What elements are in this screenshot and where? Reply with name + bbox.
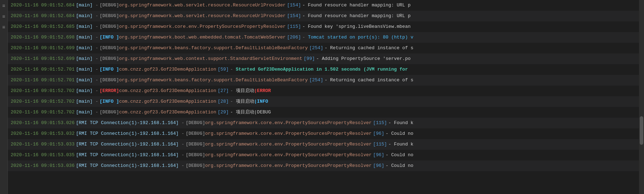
- thread: [main]: [76, 64, 93, 75]
- log-line: 2020-11-16 09:01:52.701 [main] - [INFO ]…: [8, 64, 639, 75]
- log-message: - Could no: [386, 150, 413, 160]
- logger-name: org.springframework.web.context.support.…: [119, 53, 302, 64]
- log-level: [INFO ]: [100, 64, 119, 75]
- logger-name: org.springframework.beans.factory.suppor…: [119, 75, 308, 86]
- logger-name: com.cnzz.gof23.Gof23DemoApplication: [119, 64, 216, 75]
- thread: [RMI TCP Connection(1)-192.168.1.164]: [76, 150, 179, 160]
- line-number: [96]: [373, 128, 384, 139]
- logger-name: com.cnzz.gof23.Gof23DemoApplication: [119, 107, 216, 118]
- timestamp: 2020-11-16 09:01:53.035: [11, 150, 74, 160]
- log-level: [DEBUG]: [100, 75, 119, 86]
- log-line: 2020-11-16 09:01:52.701 [main] - [DEBUG]…: [8, 75, 639, 86]
- log-line: 2020-11-16 09:01:53.035 [RMI TCP Connect…: [8, 150, 639, 160]
- log-level: [DEBUG]: [100, 43, 119, 53]
- timestamp: 2020-11-16 09:01:52.701: [11, 64, 74, 75]
- log-line: 2020-11-16 09:01:52.684 [main] - [DEBUG]…: [8, 11, 639, 21]
- line-number: [115]: [287, 21, 301, 32]
- dash: -: [181, 128, 184, 139]
- log-level: [DEBUG]: [100, 53, 119, 64]
- log-message: - Found resource handler mapping: URL p: [302, 0, 411, 11]
- logger-name: org.springframework.core.env.PropertySou…: [205, 128, 372, 139]
- log-line: 2020-11-16 09:01:52.699 [main] - [DEBUG]…: [8, 43, 639, 53]
- gutter-icon-2[interactable]: ≡: [1, 11, 7, 22]
- timestamp: 2020-11-16 09:01:52.685: [11, 21, 74, 32]
- dash: -: [95, 0, 98, 11]
- thread: [main]: [76, 21, 93, 32]
- log-line: 2020-11-16 09:01:52.684 [main] - [DEBUG]…: [8, 0, 639, 11]
- thread: [main]: [76, 11, 93, 21]
- thread: [main]: [76, 32, 93, 43]
- log-level: [DEBUG]: [186, 118, 205, 128]
- timestamp: 2020-11-16 09:01:52.698: [11, 32, 74, 43]
- logger-name: org.springframework.web.servlet.resource…: [119, 11, 286, 21]
- line-number: [27]: [218, 86, 229, 96]
- log-viewer: ≡ ≡ ≡ 2020-11-16 09:01:52.684 [main] - […: [0, 0, 644, 194]
- thread: [main]: [76, 75, 93, 86]
- dash: -: [95, 43, 98, 53]
- log-line: 2020-11-16 09:01:52.702 [main] - [ERROR]…: [8, 86, 639, 96]
- log-level: [DEBUG]: [186, 160, 205, 171]
- gutter-icon-1[interactable]: ≡: [1, 1, 7, 11]
- scrollbar[interactable]: [639, 0, 644, 194]
- scrollbar-thumb[interactable]: [640, 116, 643, 145]
- log-message: - Could no: [386, 160, 413, 171]
- timestamp: 2020-11-16 09:01:53.026: [11, 118, 74, 128]
- logger-name: org.springframework.core.env.PropertySou…: [205, 150, 372, 160]
- thread: [main]: [76, 96, 93, 107]
- logger-name: org.springframework.core.env.PropertySou…: [205, 160, 372, 171]
- line-number: [115]: [373, 139, 387, 150]
- line-number: [99]: [304, 53, 315, 64]
- logger-name: org.springframework.web.servlet.resource…: [119, 0, 286, 11]
- log-message: - 项目启动|INFO: [230, 96, 268, 107]
- log-line: 2020-11-16 09:01:53.032 [RMI TCP Connect…: [8, 128, 639, 139]
- line-number: [96]: [373, 160, 384, 171]
- timestamp: 2020-11-16 09:01:52.702: [11, 96, 74, 107]
- line-number: [154]: [287, 0, 301, 11]
- log-level: [DEBUG]: [100, 11, 119, 21]
- logger-name: org.springframework.core.env.PropertySou…: [205, 118, 372, 128]
- log-level: [INFO ]: [100, 96, 119, 107]
- thread: [main]: [76, 107, 93, 118]
- log-message: - Returning cached instance of s: [324, 43, 413, 53]
- thread: [RMI TCP Connection(1)-192.168.1.164]: [76, 118, 179, 128]
- dash: -: [181, 139, 184, 150]
- log-message: - Found k: [389, 139, 413, 150]
- thread: [main]: [76, 53, 93, 64]
- timestamp: 2020-11-16 09:01:52.684: [11, 0, 74, 11]
- line-number: [254]: [309, 43, 323, 53]
- timestamp: 2020-11-16 09:01:53.036: [11, 160, 74, 171]
- log-message: - Returning cached instance of s: [324, 75, 413, 86]
- line-number: [115]: [373, 118, 387, 128]
- log-message: - Could no: [386, 128, 413, 139]
- log-level: [DEBUG]: [186, 150, 205, 160]
- thread: [RMI TCP Connection(1)-192.168.1.164]: [76, 139, 179, 150]
- dash: -: [95, 96, 98, 107]
- thread: [RMI TCP Connection(1)-192.168.1.164]: [76, 160, 179, 171]
- thread: [RMI TCP Connection(1)-192.168.1.164]: [76, 128, 179, 139]
- timestamp: 2020-11-16 09:01:52.701: [11, 75, 74, 86]
- log-level: [INFO ]: [100, 32, 119, 43]
- log-message: - Found resource handler mapping: URL p: [302, 11, 411, 21]
- log-line: 2020-11-16 09:01:53.033 [RMI TCP Connect…: [8, 139, 639, 150]
- log-line: 2020-11-16 09:01:52.699 [main] - [DEBUG]…: [8, 53, 639, 64]
- timestamp: 2020-11-16 09:01:52.702: [11, 107, 74, 118]
- gutter: ≡ ≡ ≡: [0, 0, 8, 194]
- line-number: [206]: [287, 32, 301, 43]
- timestamp: 2020-11-16 09:01:53.032: [11, 128, 74, 139]
- thread: [main]: [76, 86, 93, 96]
- dash: -: [95, 21, 98, 32]
- dash: -: [95, 11, 98, 21]
- log-line: 2020-11-16 09:01:53.036 [RMI TCP Connect…: [8, 160, 639, 171]
- logger-name: org.springframework.boot.web.embedded.to…: [119, 32, 286, 43]
- timestamp: 2020-11-16 09:01:52.699: [11, 53, 74, 64]
- log-level: [DEBUG]: [186, 128, 205, 139]
- logger-name: org.springframework.core.env.PropertySou…: [205, 139, 372, 150]
- log-line: 2020-11-16 09:01:52.698 [main] - [INFO ]…: [8, 32, 639, 43]
- gutter-icon-3[interactable]: ≡: [1, 22, 7, 33]
- timestamp: 2020-11-16 09:01:52.684: [11, 11, 74, 21]
- dash: -: [181, 160, 184, 171]
- log-line: 2020-11-16 09:01:52.685 [main] - [DEBUG]…: [8, 21, 639, 32]
- log-message: - Found k: [389, 118, 413, 128]
- log-message: - 项目启动|ERROR: [230, 86, 271, 96]
- line-number: [28]: [218, 96, 229, 107]
